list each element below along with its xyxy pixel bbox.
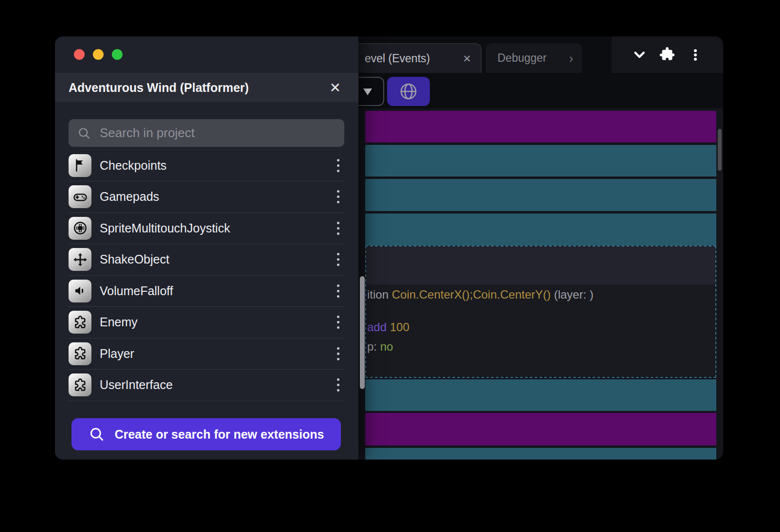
- puzzle-icon: [69, 311, 91, 334]
- event-row[interactable]: [365, 379, 716, 411]
- project-search[interactable]: [69, 119, 344, 147]
- minimize-window-button[interactable]: [93, 49, 104, 60]
- event-actions-block[interactable]: ition Coin.CenterX();Coin.CenterY() (lay…: [366, 284, 715, 376]
- event-row[interactable]: [365, 179, 716, 211]
- event-row[interactable]: [365, 145, 716, 177]
- dropdown-arrow-icon: [363, 89, 372, 95]
- item-menu-button[interactable]: [332, 218, 344, 238]
- gdevelop-window: evel (Events) ✕ Debugger ›: [55, 36, 723, 460]
- speaker-icon: [69, 280, 91, 302]
- create-extension-button[interactable]: Create or search for new extensions: [71, 418, 341, 450]
- action-line-loop: p: no: [367, 340, 393, 354]
- item-menu-button[interactable]: [332, 375, 344, 395]
- event-row[interactable]: [365, 413, 716, 445]
- joystick-icon: [69, 217, 91, 240]
- window-controls: [612, 36, 723, 73]
- tab-level-events-label: evel (Events): [365, 52, 430, 65]
- right-scrollbar-thumb[interactable]: [718, 129, 722, 171]
- zoom-window-button[interactable]: [112, 49, 123, 60]
- selected-event[interactable]: ition Coin.CenterX();Coin.CenterY() (lay…: [365, 246, 716, 378]
- search-input[interactable]: [99, 125, 336, 141]
- extensions-puzzle-icon[interactable]: [656, 44, 678, 66]
- tab-level-events[interactable]: evel (Events) ✕: [352, 43, 481, 73]
- list-item-volumefalloff[interactable]: VolumeFalloff: [69, 275, 344, 307]
- event-row[interactable]: [365, 111, 716, 142]
- project-title: Adventurous Wind (Platformer): [69, 81, 249, 95]
- globe-icon: [398, 81, 419, 102]
- close-tab-icon[interactable]: ✕: [461, 52, 473, 66]
- chevron-down-icon[interactable]: [629, 44, 650, 66]
- list-item-player[interactable]: Player: [69, 338, 344, 370]
- puzzle-icon: [69, 342, 91, 365]
- list-item-gamepads[interactable]: Gamepads: [69, 181, 344, 213]
- event-conditions-block[interactable]: [366, 247, 715, 284]
- item-menu-button[interactable]: [332, 344, 344, 363]
- event-row[interactable]: [365, 213, 716, 246]
- list-item-userinterface[interactable]: UserInterface: [69, 370, 344, 401]
- drawer-scrollbar-thumb[interactable]: [360, 276, 365, 389]
- move-arrows-icon: [69, 248, 91, 271]
- event-row[interactable]: [365, 448, 716, 460]
- gamepad-icon: [69, 185, 91, 208]
- action-line-add: add 100: [367, 320, 409, 334]
- chevron-right-icon: ›: [569, 53, 575, 63]
- desktop-background: evel (Events) ✕ Debugger ›: [0, 0, 780, 532]
- tab-debugger-label: Debugger: [497, 52, 547, 65]
- close-drawer-icon[interactable]: ✕: [327, 79, 344, 97]
- list-item-spritemultitouchjoystick[interactable]: SpriteMultitouchJoystick: [69, 213, 344, 244]
- list-item-enemy[interactable]: Enemy: [69, 307, 344, 338]
- puzzle-icon: [69, 373, 91, 396]
- list-item-shakeobject[interactable]: ShakeObject: [69, 244, 344, 276]
- drawer-header: Adventurous Wind (Platformer) ✕: [55, 73, 358, 102]
- item-menu-button[interactable]: [332, 313, 344, 332]
- tab-debugger[interactable]: Debugger ›: [486, 43, 582, 73]
- network-preview-button[interactable]: [387, 77, 430, 106]
- flag-icon: [69, 154, 91, 177]
- item-menu-button[interactable]: [332, 281, 344, 301]
- kebab-menu-icon[interactable]: [685, 44, 706, 66]
- search-icon: [77, 126, 91, 140]
- item-menu-button[interactable]: [332, 250, 344, 269]
- action-line-position: ition Coin.CenterX();Coin.CenterY() (lay…: [367, 288, 594, 301]
- close-window-button[interactable]: [74, 49, 85, 60]
- list-item-checkpoints[interactable]: Checkpoints: [69, 150, 344, 181]
- project-manager-drawer: Adventurous Wind (Platformer) ✕ Checkpoi…: [55, 36, 358, 460]
- item-menu-button[interactable]: [332, 187, 344, 207]
- item-menu-button[interactable]: [332, 156, 344, 175]
- search-icon: [89, 426, 105, 443]
